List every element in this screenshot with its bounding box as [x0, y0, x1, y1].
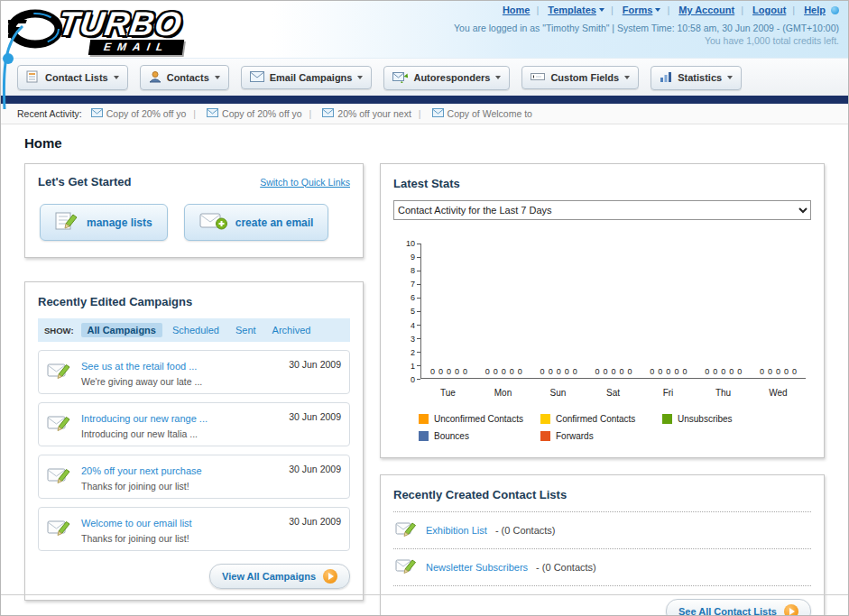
- legend-label: Unconfirmed Contacts: [434, 414, 523, 424]
- decorative-swoosh: [1, 24, 24, 111]
- legend-label: Bounces: [434, 431, 469, 441]
- legend-item: Forwards: [540, 431, 662, 441]
- contact-list-link[interactable]: Newsletter Subscribers: [426, 562, 528, 573]
- show-label: SHOW:: [44, 326, 74, 336]
- bar-value-label: 0: [565, 367, 569, 376]
- envelope-pencil-icon: [395, 557, 418, 577]
- recent-activity-item[interactable]: Copy of 20% off yo: [91, 108, 187, 119]
- top-link-home[interactable]: Home: [503, 5, 531, 15]
- stats-range-select[interactable]: Contact Activity for the Last 7 Days: [393, 200, 811, 220]
- logo-subtitle: EMAIL: [88, 40, 185, 55]
- legend-label: Unsubscribes: [678, 414, 733, 424]
- campaign-link[interactable]: Welcome to our email list: [81, 518, 192, 529]
- legend-item: Bounces: [419, 431, 540, 441]
- recent-activity-item[interactable]: 20% off your next: [302, 108, 411, 119]
- top-link-logout[interactable]: Logout: [734, 5, 786, 15]
- contact-list-link[interactable]: Exhibition List: [426, 525, 487, 536]
- campaign-subtitle: We're giving away our late ...: [81, 376, 280, 387]
- bar-value-label: 0: [595, 367, 599, 376]
- bar-value-label: 0: [705, 367, 709, 376]
- tab-scheduled[interactable]: Scheduled: [166, 323, 226, 337]
- campaign-subtitle: Thanks for joining our list!: [81, 481, 280, 492]
- bar-value-label: 0: [557, 367, 561, 376]
- get-started-panel: Let's Get Started Switch to Quick Links …: [24, 163, 364, 258]
- x-axis-label: Tue: [420, 388, 475, 398]
- nav-tab-autoresponders[interactable]: Autoresponders: [383, 66, 510, 90]
- app-logo[interactable]: TURBO EMAIL: [12, 4, 246, 56]
- top-link-help[interactable]: Help: [786, 5, 826, 15]
- view-all-campaigns-button[interactable]: View All Campaigns: [209, 564, 350, 589]
- envelope-pencil-icon: [395, 520, 418, 540]
- campaign-link[interactable]: See us at the retail food ...: [81, 361, 197, 372]
- recent-activity-item[interactable]: Copy of 20% off yo: [186, 108, 301, 119]
- app-window: TURBO EMAIL Home Templates Forms My Acco…: [0, 0, 849, 616]
- legend-swatch: [540, 414, 550, 424]
- autoresponders-icon: [392, 71, 408, 85]
- envelope-icon: [207, 108, 218, 119]
- contact-lists-icon: [26, 70, 40, 85]
- chevron-down-icon: [727, 76, 733, 79]
- nav-tab-email-campaigns[interactable]: Email Campaigns: [241, 66, 373, 89]
- top-link-my-account[interactable]: My Account: [660, 5, 734, 15]
- bar-value-label: 0: [518, 367, 522, 376]
- latest-stats-title: Latest Stats: [393, 177, 460, 190]
- statistics-icon: [660, 71, 672, 85]
- tab-sent[interactable]: Sent: [229, 323, 263, 337]
- tab-all-campaigns[interactable]: All Campaigns: [81, 323, 162, 337]
- tab-archived[interactable]: Archived: [266, 323, 318, 337]
- y-axis-tick: 4: [411, 321, 420, 330]
- nav-tab-custom-fields[interactable]: Custom Fields: [521, 66, 639, 89]
- campaign-row[interactable]: Introducing our new range ... Introducin…: [38, 402, 350, 446]
- y-axis-tick: 3: [411, 335, 420, 344]
- switch-quick-links-link[interactable]: Switch to Quick Links: [260, 177, 350, 188]
- bar-value-label: 0: [674, 367, 678, 376]
- bar-value-label: 0: [455, 367, 459, 376]
- bar-value-label: 0: [784, 367, 789, 376]
- nav-tab-contact-lists[interactable]: Contact Lists: [17, 65, 128, 90]
- bar-value-label: 0: [792, 367, 797, 376]
- chevron-down-icon: [624, 76, 630, 79]
- x-axis-label: Wed: [751, 388, 806, 398]
- top-link-templates[interactable]: Templates: [530, 5, 604, 15]
- y-axis-tick: 5: [411, 307, 420, 316]
- see-all-contact-lists-button[interactable]: See All Contact Lists: [666, 599, 811, 616]
- login-status-text: You are logged in as "Timothy Smith" | S…: [454, 23, 839, 33]
- bar-value-label: 0: [430, 367, 435, 376]
- campaign-date: 30 Jun 2009: [289, 464, 341, 474]
- bar-value-label: 0: [485, 367, 490, 376]
- legend-item: Unsubscribes: [662, 414, 784, 424]
- legend-label: Forwards: [556, 431, 594, 441]
- bar-value-label: 0: [620, 367, 624, 376]
- recent-activity-item[interactable]: Copy of Welcome to: [411, 108, 532, 119]
- x-axis-label: Thu: [696, 388, 751, 398]
- recent-activity-bar: Recent Activity: Copy of 20% off yo Copy…: [1, 104, 848, 124]
- nav-tab-contacts[interactable]: Contacts: [140, 65, 229, 90]
- recent-campaigns-panel: Recently Edited Campaigns SHOW: All Camp…: [24, 281, 364, 601]
- y-axis-tick: 1: [411, 362, 420, 371]
- x-axis-label: Sun: [531, 388, 586, 398]
- recent-campaigns-title: Recently Edited Campaigns: [38, 295, 192, 308]
- contact-list-row[interactable]: Exhibition List - (0 Contacts): [393, 512, 811, 549]
- campaign-row[interactable]: See us at the retail food ... We're givi…: [38, 350, 350, 394]
- contact-list-row[interactable]: Newsletter Subscribers - (0 Contacts): [393, 549, 811, 586]
- recent-activity-items: Copy of 20% off yo Copy of 20% off yo 20…: [91, 108, 532, 119]
- main-content: Home Let's Get Started Switch to Quick L…: [1, 124, 848, 616]
- campaign-link[interactable]: 20% off your next purchase: [81, 465, 202, 476]
- create-email-button[interactable]: create an email: [184, 204, 329, 241]
- contact-activity-chart: 109876543210 000000000000000000000000000…: [393, 244, 811, 441]
- campaign-row[interactable]: Welcome to our email list Thanks for joi…: [38, 507, 350, 551]
- chevron-down-icon: [114, 76, 119, 79]
- envelope-pencil-icon: [47, 361, 72, 384]
- top-link-forms[interactable]: Forms: [604, 5, 660, 15]
- campaign-link[interactable]: Introducing our new range ...: [81, 413, 208, 424]
- recent-activity-label: Recent Activity:: [17, 108, 82, 119]
- bar-value-label: 0: [612, 367, 616, 376]
- campaign-row[interactable]: 20% off your next purchase Thanks for jo…: [38, 455, 350, 499]
- legend-swatch: [419, 414, 429, 424]
- bar-value-label: 0: [737, 367, 742, 376]
- manage-lists-button[interactable]: manage lists: [40, 204, 168, 241]
- nav-tab-statistics[interactable]: Statistics: [651, 66, 742, 90]
- bar-value-label: 0: [447, 367, 451, 376]
- chevron-down-icon: [495, 76, 501, 79]
- latest-stats-panel: Latest Stats Contact Activity for the La…: [380, 163, 825, 458]
